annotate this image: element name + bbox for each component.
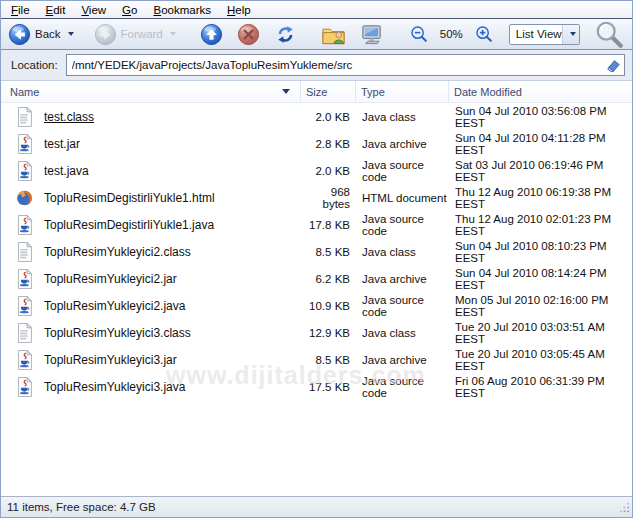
firefox-icon <box>15 187 34 209</box>
file-size: 6.2 KB <box>301 273 356 285</box>
table-row[interactable]: TopluResimYukleyici3.java 17.5 KB Java s… <box>1 373 632 400</box>
file-name: TopluResimYukleyici2.class <box>44 245 191 259</box>
status-text: 11 items, Free space: 4.7 GB <box>7 501 156 513</box>
file-name: test.jar <box>44 137 80 151</box>
location-bar: Location: <box>1 50 632 81</box>
zoom-level: 50% <box>440 28 463 40</box>
table-row[interactable]: test.class 2.0 KB Java class Sun 04 Jul … <box>1 103 632 130</box>
file-type: Java source code <box>356 213 449 237</box>
java-icon <box>15 268 34 290</box>
column-header-type[interactable]: Type <box>356 81 449 102</box>
java-icon <box>15 376 34 398</box>
file-size: 2.8 KB <box>301 138 356 150</box>
zoom-in-icon <box>474 24 494 44</box>
menu-bookmarks[interactable]: Bookmarks <box>145 3 219 17</box>
list-header: Name Size Type Date Modified <box>1 81 632 103</box>
menu-edit[interactable]: Edit <box>38 3 74 17</box>
file-date-modified: Mon 05 Jul 2010 02:16:00 PM EEST <box>449 294 632 318</box>
search-icon <box>593 19 625 49</box>
file-size: 17.5 KB <box>301 381 356 393</box>
computer-button[interactable] <box>357 22 388 47</box>
java-class-icon <box>15 241 34 263</box>
menu-view[interactable]: View <box>73 3 114 17</box>
up-icon <box>200 23 223 46</box>
table-row[interactable]: TopluResimDegistirliYukle1.html 968 byte… <box>1 184 632 211</box>
file-size: 17.8 KB <box>301 219 356 231</box>
menu-bar: FileEditViewGoBookmarksHelp <box>1 1 632 19</box>
forward-dropdown-caret-icon <box>170 32 176 36</box>
file-size: 8.5 KB <box>301 354 356 366</box>
file-size: 2.0 KB <box>301 111 356 123</box>
file-name: test.class <box>44 110 94 124</box>
file-size: 968 bytes <box>301 186 356 210</box>
table-row[interactable]: test.java 2.0 KB Java source code Sat 03… <box>1 157 632 184</box>
java-class-icon <box>15 106 34 128</box>
column-header-size[interactable]: Size <box>301 81 356 102</box>
refresh-button[interactable] <box>271 22 300 47</box>
stop-button <box>234 22 263 47</box>
table-row[interactable]: TopluResimYukleyici2.java 10.9 KB Java s… <box>1 292 632 319</box>
home-folder-button[interactable] <box>318 22 349 47</box>
resize-grip-icon[interactable] <box>619 502 630 515</box>
file-date-modified: Tue 20 Jul 2010 03:03:51 AM EEST <box>449 321 632 345</box>
forward-label: Forward <box>121 28 163 40</box>
location-label: Location: <box>11 59 58 71</box>
location-input[interactable] <box>67 59 624 71</box>
file-type: Java class <box>356 327 449 339</box>
file-date-modified: Sun 04 Jul 2010 08:10:23 PM EEST <box>449 240 632 264</box>
back-dropdown-caret-icon[interactable] <box>68 32 74 36</box>
file-size: 10.9 KB <box>301 300 356 312</box>
file-date-modified: Thu 12 Aug 2010 06:19:38 PM EEST <box>449 186 632 210</box>
file-type: Java archive <box>356 354 449 366</box>
up-button[interactable] <box>197 22 226 47</box>
location-field[interactable] <box>66 54 625 76</box>
menu-file[interactable]: File <box>3 3 38 17</box>
file-date-modified: Sun 04 Jul 2010 03:56:08 PM EEST <box>449 105 632 129</box>
column-header-name[interactable]: Name <box>1 81 301 102</box>
zoom-out-button[interactable] <box>406 23 432 45</box>
toolbar: Back Forward 50% List Vi <box>1 19 632 50</box>
file-size: 12.9 KB <box>301 327 356 339</box>
table-row[interactable]: TopluResimYukleyici2.jar 6.2 KB Java arc… <box>1 265 632 292</box>
zoom-out-icon <box>409 24 429 44</box>
java-icon <box>15 160 34 182</box>
back-icon <box>8 23 31 46</box>
java-icon <box>15 295 34 317</box>
file-type: Java archive <box>356 273 449 285</box>
table-row[interactable]: TopluResimYukleyici2.class 8.5 KB Java c… <box>1 238 632 265</box>
table-row[interactable]: test.jar 2.8 KB Java archive Sun 04 Jul … <box>1 130 632 157</box>
table-row[interactable]: TopluResimYukleyici3.class 12.9 KB Java … <box>1 319 632 346</box>
clear-location-icon <box>605 57 622 74</box>
sort-desc-icon[interactable] <box>282 89 290 94</box>
table-row[interactable]: TopluResimYukleyici3.jar 8.5 KB Java arc… <box>1 346 632 373</box>
table-row[interactable]: TopluResimDegistirliYukle1.java 17.8 KB … <box>1 211 632 238</box>
column-header-date-modified[interactable]: Date Modified <box>449 81 632 102</box>
menu-help[interactable]: Help <box>219 3 259 17</box>
back-button[interactable]: Back <box>5 22 77 47</box>
menu-go[interactable]: Go <box>114 3 145 17</box>
search-button[interactable] <box>590 18 628 50</box>
file-name: TopluResimYukleyici3.class <box>44 326 191 340</box>
java-icon <box>15 133 34 155</box>
file-date-modified: Tue 20 Jul 2010 03:05:45 AM EEST <box>449 348 632 372</box>
file-date-modified: Sat 03 Jul 2010 06:19:46 PM EEST <box>449 159 632 183</box>
clear-location-button[interactable] <box>605 57 622 76</box>
file-name: TopluResimYukleyici3.java <box>44 380 185 394</box>
file-manager-window: FileEditViewGoBookmarksHelp Back Forward <box>0 0 633 518</box>
file-rows: test.class 2.0 KB Java class Sun 04 Jul … <box>1 103 632 400</box>
computer-icon <box>360 23 385 46</box>
zoom-in-button[interactable] <box>471 23 497 45</box>
file-type: Java archive <box>356 138 449 150</box>
file-date-modified: Thu 12 Aug 2010 02:01:23 PM EEST <box>449 213 632 237</box>
file-name: TopluResimYukleyici2.java <box>44 299 185 313</box>
view-mode-dropdown-button[interactable] <box>562 25 579 44</box>
java-class-icon <box>15 322 34 344</box>
java-icon <box>15 349 34 371</box>
file-name: TopluResimDegistirliYukle1.java <box>44 218 214 232</box>
forward-button[interactable]: Forward <box>91 22 179 47</box>
file-name: TopluResimYukleyici3.jar <box>44 353 177 367</box>
status-bar: 11 items, Free space: 4.7 GB <box>1 496 632 517</box>
file-type: Java source code <box>356 294 449 318</box>
refresh-icon <box>274 23 297 46</box>
view-mode-select[interactable]: List View <box>509 24 580 45</box>
